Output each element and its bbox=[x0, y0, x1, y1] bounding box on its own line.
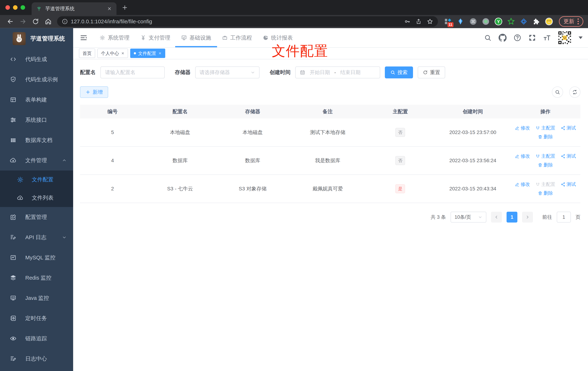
tag-home[interactable]: 首页 bbox=[79, 49, 95, 58]
sidebar-item-db-doc[interactable]: 数据库文档 bbox=[0, 130, 73, 150]
next-page-button[interactable] bbox=[522, 212, 533, 223]
sidebar-item-label: 代码生成示例 bbox=[25, 76, 58, 83]
new-tab-button[interactable] bbox=[122, 4, 128, 11]
master-action[interactable]: 主配置 bbox=[536, 125, 555, 131]
tag-file-config[interactable]: 文件配置 bbox=[130, 49, 165, 58]
prev-page-button[interactable] bbox=[491, 212, 502, 223]
profile-smiley-avatar[interactable] bbox=[545, 17, 553, 26]
sidebar-item-java-monitor[interactable]: Java 监控 bbox=[0, 288, 73, 308]
menu-label: 统计报表 bbox=[271, 34, 293, 42]
close-window-button[interactable] bbox=[5, 5, 10, 10]
sidebar-item-system-api[interactable]: 系统接口 bbox=[0, 110, 73, 130]
tag-close-icon[interactable] bbox=[158, 52, 162, 55]
tag-label: 文件配置 bbox=[138, 50, 156, 56]
sidebar-item-log-center[interactable]: 日志中心 bbox=[0, 349, 73, 369]
sidebar-item-mysql-monitor[interactable]: MySQL 监控 bbox=[0, 247, 73, 268]
test-action[interactable]: 测试 bbox=[561, 153, 576, 159]
sidebar-item-file-config[interactable]: 文件配置 bbox=[0, 170, 73, 189]
user-avatar-qr[interactable] bbox=[558, 31, 572, 45]
address-bar[interactable]: 127.0.0.1:1024/infra/file/file-config bbox=[57, 16, 438, 27]
add-button[interactable]: 新增 bbox=[80, 86, 108, 98]
extension-command-icon[interactable]: ⌘ bbox=[469, 17, 477, 26]
extension-tampermonkey-icon[interactable]: 11 bbox=[444, 17, 452, 26]
refresh-table-button[interactable] bbox=[569, 86, 580, 98]
home-icon[interactable] bbox=[43, 16, 54, 27]
delete-action[interactable]: 删除 bbox=[538, 190, 553, 196]
calendar-icon bbox=[300, 70, 305, 75]
sidebar-item-form-builder[interactable]: 表单构建 bbox=[0, 90, 73, 110]
tag-profile[interactable]: 个人中心 bbox=[97, 49, 128, 58]
github-icon[interactable] bbox=[498, 34, 507, 42]
master-action[interactable]: 主配置 bbox=[536, 153, 555, 159]
extension-kite-icon[interactable] bbox=[456, 17, 465, 26]
font-size-icon[interactable] bbox=[543, 34, 551, 42]
menu-payment-management[interactable]: 支付管理 bbox=[135, 28, 176, 47]
fullscreen-icon[interactable] bbox=[528, 34, 536, 42]
chart-box-icon bbox=[9, 254, 17, 261]
config-name-label: 配置名 bbox=[80, 69, 96, 76]
page-size-select[interactable]: 10条/页 bbox=[451, 212, 486, 223]
share-icon[interactable] bbox=[416, 18, 422, 25]
site-info-icon[interactable] bbox=[62, 18, 68, 25]
forward-icon[interactable] bbox=[17, 16, 29, 27]
extension-green-dot-icon[interactable] bbox=[482, 17, 490, 26]
browser-update-button[interactable]: 更新 bbox=[559, 16, 583, 27]
menu-workflow[interactable]: 工作流程 bbox=[217, 28, 257, 47]
maximize-window-button[interactable] bbox=[21, 5, 25, 10]
cell-storage: 本地磁盘 bbox=[215, 129, 290, 136]
config-name-input[interactable] bbox=[100, 66, 165, 78]
edit-action[interactable]: 修改 bbox=[515, 181, 530, 188]
back-icon[interactable] bbox=[5, 16, 16, 27]
menu-system-management[interactable]: 系统管理 bbox=[94, 28, 135, 47]
sidebar-collapse-icon[interactable] bbox=[79, 33, 89, 43]
current-page-button[interactable]: 1 bbox=[506, 212, 517, 223]
help-icon[interactable] bbox=[513, 34, 522, 42]
menu-infrastructure[interactable]: 基础设施 bbox=[176, 28, 217, 47]
window-controls[interactable] bbox=[5, 5, 25, 10]
extension-badge: 11 bbox=[448, 22, 453, 27]
sidebar-item-code-generation[interactable]: 代码生成 bbox=[0, 49, 73, 69]
edit-action[interactable]: 修改 bbox=[515, 153, 530, 159]
tag-close-icon[interactable] bbox=[121, 52, 125, 55]
app-logo[interactable]: 芋道管理系统 bbox=[0, 28, 73, 49]
sidebar-item-file-management[interactable]: 文件管理 bbox=[0, 150, 73, 170]
sidebar-item-file-list[interactable]: 文件列表 bbox=[0, 189, 73, 207]
search-button[interactable]: 搜索 bbox=[385, 66, 413, 78]
sidebar-item-label: 配置管理 bbox=[25, 213, 47, 221]
col-header-id: 编号 bbox=[80, 108, 145, 115]
browser-menu-icon[interactable] bbox=[578, 18, 579, 24]
sidebar-item-tracing[interactable]: 链路追踪 bbox=[0, 328, 73, 349]
monitor-icon bbox=[9, 294, 17, 302]
toggle-search-button[interactable] bbox=[552, 86, 563, 98]
table-header: 编号 配置名 存储器 备注 主配置 创建时间 操作 bbox=[80, 105, 580, 118]
bookmark-star-icon[interactable] bbox=[427, 18, 433, 25]
reload-icon[interactable] bbox=[30, 16, 41, 27]
date-range-picker[interactable]: 开始日期 - 结束日期 bbox=[295, 66, 380, 78]
storage-select[interactable]: 请选择存储器 bbox=[195, 66, 260, 78]
test-action[interactable]: 测试 bbox=[561, 125, 576, 131]
reset-button[interactable]: 重置 bbox=[418, 66, 445, 78]
delete-action[interactable]: 删除 bbox=[538, 162, 553, 168]
avatar-dropdown-caret-icon[interactable] bbox=[579, 36, 583, 39]
extension-eye-circles-icon[interactable] bbox=[520, 17, 528, 26]
sidebar-item-api-log[interactable]: API 日志 bbox=[0, 227, 73, 247]
extension-puzzle-icon[interactable] bbox=[532, 17, 540, 26]
sidebar-item-code-example[interactable]: 代码生成示例 bbox=[0, 69, 73, 90]
test-action[interactable]: 测试 bbox=[561, 181, 576, 188]
edit-action[interactable]: 修改 bbox=[515, 125, 530, 131]
password-key-icon[interactable] bbox=[404, 18, 410, 25]
extension-y-icon[interactable]: Y bbox=[494, 17, 503, 26]
storage-select-placeholder: 请选择存储器 bbox=[200, 69, 230, 76]
minimize-window-button[interactable] bbox=[13, 5, 18, 10]
search-icon[interactable] bbox=[484, 34, 492, 42]
extension-star-outline-icon[interactable] bbox=[507, 17, 515, 26]
form-icon bbox=[9, 96, 17, 104]
browser-tab[interactable]: 芋道管理系统 bbox=[32, 2, 116, 15]
sidebar-item-redis-monitor[interactable]: Redis 监控 bbox=[0, 268, 73, 288]
tab-close-icon[interactable] bbox=[107, 6, 112, 11]
sidebar-item-config-management[interactable]: 配置管理 bbox=[0, 207, 73, 227]
url-text[interactable]: 127.0.0.1:1024/infra/file/file-config bbox=[71, 18, 401, 25]
goto-page-input[interactable] bbox=[557, 212, 571, 223]
delete-action[interactable]: 删除 bbox=[538, 134, 553, 140]
sidebar-item-scheduled-tasks[interactable]: 定时任务 bbox=[0, 308, 73, 328]
